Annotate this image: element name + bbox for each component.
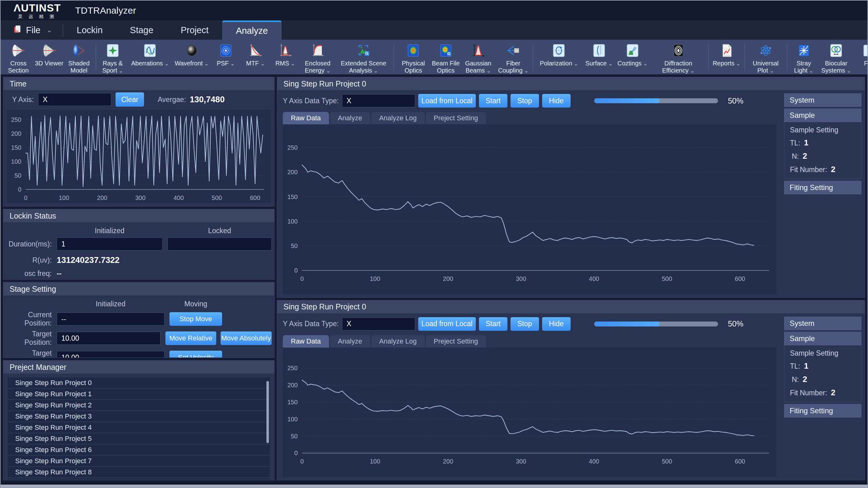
list-item[interactable]: Singe Step Run Project 2 (8, 400, 270, 411)
svg-text:0: 0 (24, 194, 27, 201)
tab-analyze-log[interactable]: Analyze Log (371, 112, 425, 124)
current-position-input[interactable]: -- (57, 313, 164, 325)
svg-text:250: 250 (287, 144, 298, 151)
tab-preject-setting[interactable]: Preject Setting (426, 335, 486, 348)
chevron-down-icon: ⌄ (809, 68, 813, 74)
stop-button[interactable]: Stop (510, 317, 539, 331)
ribbon-item-universal-plot[interactable]: Universal Plot⌄ (747, 40, 785, 75)
list-item[interactable]: Singe Step Run Project 8 (8, 467, 270, 478)
y-axis-input[interactable]: X (38, 93, 111, 106)
accordion-fiting-setting[interactable]: Fiting Setting (784, 181, 862, 194)
coztings-icon (624, 42, 641, 59)
ribbon-item-fre[interactable]: Fre (854, 40, 867, 75)
svg-text:500: 500 (212, 194, 222, 201)
ribbon-item-polarization[interactable]: Polarization⌄ (535, 40, 583, 75)
chevron-down-icon: ⌄ (47, 26, 52, 34)
ribbon-item-mtf[interactable]: MTF⌄ (241, 40, 271, 75)
ribbon-item-physical-optics[interactable]: Physical Optics (396, 40, 431, 75)
y-axis-data-type-input[interactable]: X (342, 317, 415, 331)
ribbon-item-enclosed-energy[interactable]: Enclosed Energy⌄ (300, 40, 335, 75)
vertical-scrollbar[interactable] (267, 381, 269, 443)
tab-raw-data[interactable]: Raw Data (283, 335, 329, 348)
stop-move-button[interactable]: Stop Move (169, 312, 222, 326)
tab-analyze[interactable]: Analyze (330, 112, 370, 124)
tab-preject-setting[interactable]: Preject Setting (426, 112, 486, 124)
list-item[interactable]: Singe Step Run Project 4 (8, 422, 270, 433)
ribbon-item-beam-file-optics[interactable]: Beam File Optics (431, 40, 461, 75)
list-item[interactable]: Singe Step Run Project 6 (8, 444, 270, 455)
brand-logo: ΛUTINST 昊 远 精 测 (13, 2, 61, 19)
tab-project[interactable]: Project (167, 21, 222, 40)
ribbon-item-psf[interactable]: PSF⌄ (211, 40, 241, 75)
target-position-input[interactable]: 10.00 (57, 332, 160, 345)
ribbon-item-reports[interactable]: Reports⌄ (711, 40, 743, 75)
accordion-system[interactable]: System (784, 93, 862, 107)
ribbon-item-aberrations[interactable]: Aberrations⌄ (128, 40, 173, 75)
duration-initialized-input[interactable]: 1 (57, 237, 163, 251)
list-item[interactable]: Singe Step Run Project 5 (8, 433, 270, 444)
tab-analyze-log[interactable]: Analyze Log (371, 335, 425, 348)
tab-analyze[interactable]: Analyze (330, 335, 370, 348)
ribbon-item-label: Wavefront⌄ (175, 60, 209, 67)
svg-text:200: 200 (443, 275, 453, 282)
run-main: Y Axis Data Type: X Load from Local Star… (277, 313, 784, 480)
ribbon-item-3d-viewer[interactable]: 3D Viewer (34, 40, 64, 75)
target-velocity-input[interactable]: 10.00 (57, 351, 164, 358)
set-velocity-button[interactable]: Set Velocity (169, 351, 222, 358)
ruv-label: R(uv): (6, 256, 52, 264)
svg-text:200: 200 (287, 169, 298, 175)
lockin-panel-title: Lockin Status (3, 209, 274, 222)
aberrations-icon (142, 42, 158, 59)
n-label: N: (792, 152, 799, 161)
run-tabs: Raw Data Analyze Analyze Log Preject Set… (283, 112, 776, 124)
tab-lockin[interactable]: Lockin (63, 21, 117, 40)
tab-analyze[interactable]: Analyze (222, 21, 281, 40)
ribbon-item-stray-light[interactable]: Stray Light⌄ (789, 40, 819, 75)
ribbon-item-coztings[interactable]: Coztings⌄ (615, 40, 650, 75)
tab-stage[interactable]: Stage (116, 21, 167, 40)
hide-button[interactable]: Hide (542, 317, 570, 331)
ribbon-item-surface[interactable]: Surface⌄ (583, 40, 615, 75)
svg-text:100: 100 (370, 458, 380, 465)
ribbon-item-rays-sport[interactable]: Rays & Sport⌄ (98, 40, 128, 75)
ribbon-item-extended-scene-analysis[interactable]: Extended Scene Analysis⌄ (335, 40, 392, 75)
ribbon-item-gaussian-beams[interactable]: Gaussian Beams⌄ (461, 40, 496, 75)
stop-button[interactable]: Stop (510, 94, 539, 108)
accordion-system[interactable]: System (784, 317, 862, 330)
clear-button[interactable]: Clear (116, 92, 144, 107)
list-item[interactable]: Singe Step Run Project 1 (8, 389, 270, 400)
ribbon-item-cross-section[interactable]: Cross Section (2, 40, 34, 75)
ribbon-item-label: Biocular Systems⌄ (819, 60, 854, 74)
list-item[interactable]: Singe Step Run Project 7 (8, 455, 270, 467)
physical-optics-icon (405, 42, 421, 59)
ribbon-group-divider (787, 44, 787, 71)
tl-value: 1 (804, 361, 808, 371)
menu-file[interactable]: File ⌄ (1, 21, 63, 40)
list-item[interactable]: Singe Step Run Project 0 (8, 377, 270, 389)
ribbon-item-wavefront[interactable]: Wavefront⌄ (173, 40, 211, 75)
ribbon-item-biocular-systems[interactable]: Biocular Systems⌄ (819, 40, 854, 75)
horizontal-scrollbar[interactable] (1, 485, 867, 487)
stage-panel-title: Stage Setting (3, 282, 274, 295)
ribbon-item-fiber-coupling[interactable]: Fiber Coupling⌄ (496, 40, 531, 75)
chevron-down-icon: ⌄ (690, 68, 694, 74)
ribbon-item-diffraction-efficiency[interactable]: Diffraction Efficiency⌄ (650, 40, 707, 75)
svg-text:200: 200 (443, 458, 453, 465)
accordion-sample[interactable]: Sample (784, 109, 862, 122)
start-button[interactable]: Start (479, 317, 507, 331)
load-from-local-button[interactable]: Load from Local (418, 94, 476, 108)
duration-locked-input[interactable] (167, 237, 272, 251)
move-absolutely-button[interactable]: Move Absolutely (221, 332, 272, 345)
accordion-sample[interactable]: Sample (784, 332, 862, 345)
list-item[interactable]: Singe Step Run Project 3 (8, 411, 270, 422)
tab-raw-data[interactable]: Raw Data (283, 112, 329, 124)
ribbon-item-shaded-model[interactable]: Shaded Model (64, 40, 94, 75)
accordion-fiting-setting[interactable]: Fiting Setting (784, 404, 862, 418)
move-relative-button[interactable]: Move Relative (165, 332, 216, 345)
y-axis-data-type-input[interactable]: X (342, 94, 415, 107)
start-button[interactable]: Start (479, 94, 507, 108)
chevron-down-icon: ⌄ (326, 68, 330, 74)
hide-button[interactable]: Hide (542, 94, 570, 108)
load-from-local-button[interactable]: Load from Local (418, 317, 476, 331)
ribbon-item-rms[interactable]: RMS⌄ (271, 40, 300, 75)
